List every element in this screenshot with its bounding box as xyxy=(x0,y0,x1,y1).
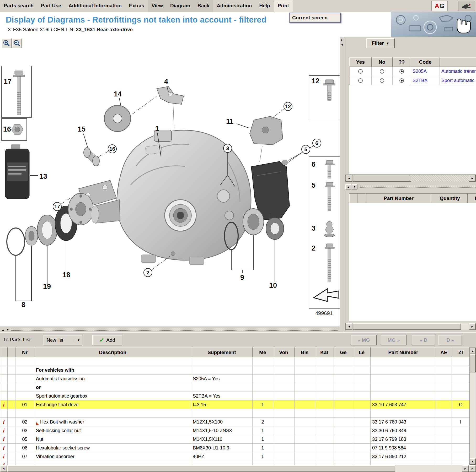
ag-logo-icon[interactable]: AG xyxy=(431,1,448,11)
scroll-track[interactable] xyxy=(411,175,469,182)
radio-yes[interactable] xyxy=(358,69,363,74)
scroll-thumb[interactable] xyxy=(7,465,395,472)
zoom-out-button[interactable] xyxy=(12,38,22,48)
menu-administration[interactable]: Administration xyxy=(213,0,255,12)
scroll-track[interactable] xyxy=(395,465,462,472)
ring-stack[interactable]: 18 19 8 xyxy=(7,206,77,309)
circled-callout-12[interactable]: 12 xyxy=(272,102,292,118)
table-row[interactable]: Automatic transmission S205A = Yes xyxy=(0,375,470,383)
splitter-left-icon[interactable]: ◄ xyxy=(340,43,344,46)
oil-bottle-13[interactable]: 13 xyxy=(5,145,47,199)
callout-8[interactable]: 8 xyxy=(22,301,25,309)
callout-10[interactable]: 10 xyxy=(269,281,277,289)
part-box-16[interactable]: 16 xyxy=(2,118,27,140)
table-row[interactable]: i 05Nut M14X1,5X1101 33 17 6 799 183 xyxy=(0,435,470,444)
menu-parts-search[interactable]: Parts search xyxy=(0,0,37,12)
callout-13[interactable]: 13 xyxy=(39,172,47,180)
panel-splitter[interactable]: ▲ ▼ xyxy=(345,183,476,190)
callout-5[interactable]: 5 xyxy=(312,181,315,189)
scroll-track[interactable] xyxy=(461,323,469,330)
next-mg-button[interactable]: MG » xyxy=(381,335,407,345)
filter-list-hscrollbar[interactable]: ◄ ► xyxy=(345,175,476,182)
parts-table-hscrollbar[interactable]: ◄ ► ► xyxy=(0,465,476,472)
table-row[interactable]: For vehicles with xyxy=(0,366,470,375)
scroll-right-icon[interactable]: ► xyxy=(469,175,476,182)
menu-view[interactable]: View xyxy=(148,0,167,12)
table-row[interactable]: i 03Self-locking collar nut M14X1,5-10 Z… xyxy=(0,426,470,435)
callout-19[interactable]: 19 xyxy=(43,283,51,290)
menu-additional-information[interactable]: Additional Information xyxy=(65,0,125,12)
menu-diagram[interactable]: Diagram xyxy=(167,0,194,12)
bracket-15[interactable]: 15 xyxy=(78,125,99,166)
menu-extras[interactable]: Extras xyxy=(125,0,148,12)
splitter-handle[interactable] xyxy=(360,186,476,188)
info-icon[interactable]: i xyxy=(3,444,4,451)
part-box-17[interactable]: 17 xyxy=(2,66,31,117)
callout-1[interactable]: 1 xyxy=(155,125,159,133)
plane-icon[interactable] xyxy=(458,1,474,11)
circled-callout-5[interactable]: 5 xyxy=(288,145,310,162)
vertical-splitter[interactable]: ► ◄ xyxy=(340,37,344,332)
splitter-down-icon[interactable]: ▼ xyxy=(6,328,10,331)
callout-3[interactable]: 3 xyxy=(312,224,315,232)
table-row[interactable]: i xyxy=(0,461,470,465)
bracket-4[interactable]: 4 xyxy=(157,78,184,128)
radio-no[interactable] xyxy=(380,69,384,74)
menu-print[interactable]: Print xyxy=(274,0,293,12)
prev-d-button[interactable]: « D xyxy=(412,335,435,345)
scroll-left-icon[interactable]: ◄ xyxy=(0,465,7,472)
circled-callout-16[interactable]: 16 xyxy=(98,145,116,157)
filter-code[interactable]: S2TBA xyxy=(411,76,440,85)
prev-mg-button[interactable]: « MG xyxy=(351,335,377,345)
scroll-left-icon[interactable]: ◄ xyxy=(346,323,352,330)
zoom-in-button[interactable] xyxy=(2,38,12,48)
menu-part-use[interactable]: Part Use xyxy=(37,0,65,12)
callout-4[interactable]: 4 xyxy=(164,78,168,85)
callout-11[interactable]: 11 xyxy=(226,117,234,125)
callout-2[interactable]: 2 xyxy=(312,244,315,252)
table-row[interactable]: i 07Vibration absorber 40HZ1 33 17 6 850… xyxy=(0,452,470,461)
menu-item-current-screen[interactable]: Current screen xyxy=(289,13,341,23)
filter-row[interactable]: S2TBA Sport automatic gearbox xyxy=(350,76,476,85)
splitter-handle[interactable] xyxy=(11,329,338,331)
collapse-up-icon[interactable]: ▲ xyxy=(345,184,351,189)
selection-list-hscrollbar[interactable]: ◄ ► xyxy=(345,323,476,330)
parts-diagram[interactable]: 17 16 13 xyxy=(0,37,340,327)
menu-back[interactable]: Back xyxy=(194,0,213,12)
info-icon[interactable]: i xyxy=(3,436,4,442)
menu-help[interactable]: Help xyxy=(255,0,274,12)
table-row[interactable]: i 06Hexalobular socket screw BM8X30-U1-1… xyxy=(0,444,470,452)
callout-17[interactable]: 17 xyxy=(4,78,12,85)
callout-16[interactable]: 16 xyxy=(3,125,11,133)
scroll-down-icon[interactable]: ▼ xyxy=(470,458,476,465)
info-icon[interactable]: i xyxy=(3,462,4,465)
table-row[interactable]: i 02 Hex Bolt with washer M12X1,5X1002 3… xyxy=(0,418,470,426)
next-d-button[interactable]: D » xyxy=(438,335,462,345)
callout-14[interactable]: 14 xyxy=(114,90,122,98)
callout-9[interactable]: 9 xyxy=(240,274,244,281)
corner-scroll-right-icon[interactable]: ► xyxy=(469,465,476,472)
radio-yes[interactable] xyxy=(358,78,363,83)
filter-row[interactable]: S205A Automatic transmission xyxy=(350,67,476,76)
table-row[interactable] xyxy=(0,409,470,418)
info-icon[interactable]: i xyxy=(3,419,4,425)
callout-12[interactable]: 12 xyxy=(312,77,319,85)
radio-no[interactable] xyxy=(380,78,384,83)
filter-code[interactable]: S205A xyxy=(411,67,440,76)
parts-table-vscrollbar[interactable]: ▲ ▼ xyxy=(469,348,476,465)
filter-button[interactable]: Filter ▼ xyxy=(366,38,395,48)
splitter-right-icon[interactable]: ► xyxy=(340,38,344,41)
parts-list-select[interactable]: New list ▼ xyxy=(44,335,82,345)
bushing-14[interactable]: 14 xyxy=(104,90,156,132)
callout-15[interactable]: 15 xyxy=(78,125,85,133)
collapse-down-icon[interactable]: ▼ xyxy=(352,184,357,189)
scroll-thumb[interactable] xyxy=(470,354,476,372)
part-box-12[interactable]: 12 xyxy=(309,75,340,120)
table-row[interactable]: Sport automatic gearbox S2TBA = Yes xyxy=(0,392,470,400)
info-icon[interactable]: i xyxy=(3,401,4,408)
radio-unknown[interactable] xyxy=(399,69,404,74)
add-button[interactable]: ✓ Add xyxy=(92,335,122,345)
horizontal-splitter[interactable]: ▲ ▼ xyxy=(0,327,340,332)
splitter-up-icon[interactable]: ▲ xyxy=(2,328,5,331)
scroll-thumb[interactable] xyxy=(352,323,461,330)
